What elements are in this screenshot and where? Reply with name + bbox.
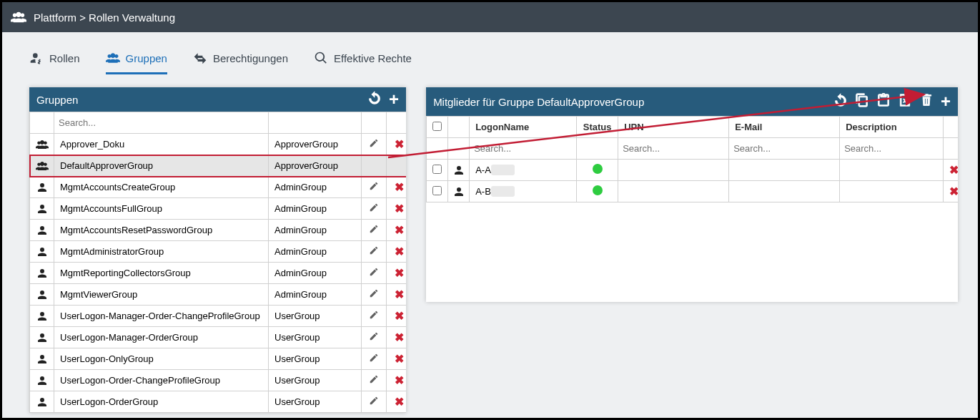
edit-button[interactable] [362, 348, 387, 370]
tab-rollen[interactable]: Rollen [29, 51, 80, 74]
edit-button[interactable] [362, 263, 387, 284]
search-input-upn[interactable] [623, 143, 724, 154]
member-email [729, 181, 840, 202]
tab-effektive-rechte[interactable]: Effektive Rechte [314, 51, 412, 74]
delete-button[interactable]: ✖ [944, 160, 958, 181]
delete-button[interactable]: ✖ [387, 177, 407, 198]
members-grid: LogonName Status UPN E-Mail Description [426, 116, 958, 202]
member-row[interactable]: A-A ✖ [427, 160, 958, 181]
delete-button[interactable]: ✖ [387, 370, 407, 391]
group-icon [30, 198, 54, 220]
refresh-icon[interactable] [367, 91, 382, 105]
copy-icon[interactable] [855, 93, 869, 107]
select-all-checkbox[interactable] [432, 122, 442, 131]
group-row[interactable]: UserLogon-Manager-Order-ChangeProfileGro… [30, 306, 407, 327]
delete-button[interactable] [387, 155, 407, 177]
users-icon [106, 51, 120, 65]
search-input-name[interactable] [59, 117, 264, 128]
delete-button[interactable]: ✖ [387, 220, 407, 241]
group-name: MgmtAccountsResetPasswordGroup [54, 220, 269, 241]
group-row[interactable]: Approver_DokuApproverGroup✖ [30, 134, 407, 155]
member-desc [840, 181, 944, 202]
group-row[interactable]: MgmtAccountsCreateGroupAdminGroup✖ [30, 177, 407, 198]
delete-button[interactable]: ✖ [387, 241, 407, 263]
group-row[interactable]: UserLogon-OrderGroupUserGroup✖ [30, 391, 407, 413]
col-logon[interactable]: LogonName [470, 117, 577, 138]
group-row[interactable]: MgmtAdministratorGroupAdminGroup✖ [30, 241, 407, 263]
col-desc[interactable]: Description [840, 117, 944, 138]
edit-button[interactable] [362, 284, 387, 306]
group-icon [30, 391, 54, 413]
member-logon: A-A [470, 160, 577, 181]
col-status[interactable]: Status [577, 117, 618, 138]
group-row[interactable]: UserLogon-Order-ChangeProfileGroupUserGr… [30, 370, 407, 391]
search-input-logon[interactable] [474, 143, 572, 154]
users-icon [11, 9, 26, 25]
member-row[interactable]: A-B ✖ [427, 181, 958, 202]
group-name: MgmtReportingCollectorsGroup [54, 263, 269, 284]
group-name: UserLogon-OnlyGroup [54, 348, 269, 370]
edit-button[interactable] [362, 241, 387, 263]
group-icon [30, 306, 54, 327]
group-name: DefaultApproverGroup [54, 155, 269, 177]
group-row[interactable]: MgmtReportingCollectorsGroupAdminGroup✖ [30, 263, 407, 284]
col-upn[interactable]: UPN [618, 117, 729, 138]
tab-bar: Rollen Gruppen Berechtigungen Effektive … [2, 32, 978, 74]
edit-button[interactable] [362, 155, 387, 177]
delete-button[interactable]: ✖ [387, 348, 407, 370]
group-row[interactable]: UserLogon-OnlyGroupUserGroup✖ [30, 348, 407, 370]
group-name: MgmtAccountsFullGroup [54, 198, 269, 220]
delete-button[interactable]: ✖ [387, 134, 407, 155]
member-status [577, 160, 618, 181]
group-type: AdminGroup [269, 198, 362, 220]
member-upn [618, 160, 729, 181]
row-checkbox[interactable] [432, 186, 442, 195]
tab-label: Rollen [49, 52, 80, 64]
member-upn [618, 181, 729, 202]
breadcrumb-header: Plattform > Rollen Verwaltung [2, 2, 978, 32]
trash-icon[interactable] [919, 93, 934, 107]
edit-button[interactable] [362, 370, 387, 391]
group-row[interactable]: MgmtAccountsFullGroupAdminGroup✖ [30, 198, 407, 220]
member-status [577, 181, 618, 202]
edit-button[interactable] [362, 177, 387, 198]
delete-button[interactable]: ✖ [387, 306, 407, 327]
clipboard-icon[interactable] [876, 93, 891, 107]
group-type: AdminGroup [269, 241, 362, 263]
edit-button[interactable] [362, 198, 387, 220]
delete-button[interactable]: ✖ [387, 198, 407, 220]
edit-button[interactable] [362, 306, 387, 327]
col-email[interactable]: E-Mail [729, 117, 840, 138]
tab-label: Gruppen [126, 52, 167, 64]
group-row[interactable]: MgmtAccountsResetPasswordGroupAdminGroup… [30, 220, 407, 241]
member-desc [840, 160, 944, 181]
group-icon [30, 327, 54, 348]
refresh-icon[interactable] [833, 93, 848, 107]
edit-button[interactable] [362, 327, 387, 348]
delete-button[interactable]: ✖ [944, 181, 958, 202]
tab-label: Effektive Rechte [334, 52, 412, 64]
delete-button[interactable]: ✖ [387, 284, 407, 306]
tab-gruppen[interactable]: Gruppen [106, 51, 167, 74]
group-icon [30, 263, 54, 284]
delete-button[interactable]: ✖ [387, 391, 407, 413]
add-icon[interactable]: + [389, 91, 399, 108]
delete-button[interactable]: ✖ [387, 327, 407, 348]
group-name: MgmtAdministratorGroup [54, 241, 269, 263]
add-icon[interactable]: + [941, 93, 951, 110]
delete-button[interactable]: ✖ [387, 263, 407, 284]
search-input-desc[interactable] [844, 143, 939, 154]
edit-button[interactable] [362, 391, 387, 413]
edit-button[interactable] [362, 134, 387, 155]
group-row[interactable]: UserLogon-Manager-OrderGroupUserGroup✖ [30, 327, 407, 348]
group-row[interactable]: MgmtViewerGroupAdminGroup✖ [30, 284, 407, 306]
group-row[interactable]: DefaultApproverGroupApproverGroup [30, 155, 407, 177]
group-name: UserLogon-Order-ChangeProfileGroup [54, 370, 269, 391]
tab-berechtigungen[interactable]: Berechtigungen [193, 51, 288, 74]
group-icon [30, 284, 54, 306]
row-checkbox[interactable] [432, 165, 442, 174]
export-excel-icon[interactable] [898, 93, 912, 107]
group-icon [30, 348, 54, 370]
search-input-email[interactable] [733, 143, 835, 154]
edit-button[interactable] [362, 220, 387, 241]
